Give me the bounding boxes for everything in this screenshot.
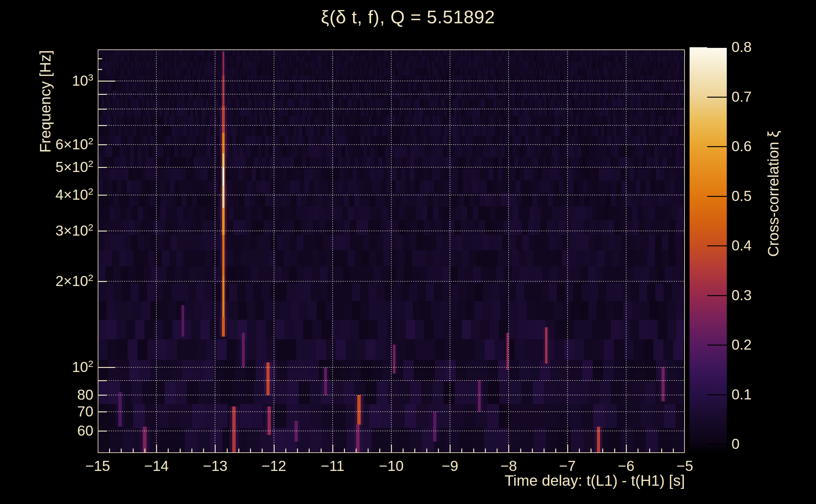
y-tick-label: 80: [13, 386, 93, 403]
x-tick-label: −11: [306, 457, 359, 474]
y-tick-label: 6×102: [13, 136, 93, 153]
figure-root: ξ(δ t, f), Q = 5.51892 Frequency [Hz] Ti…: [0, 0, 816, 504]
heatmap-canvas: [98, 49, 685, 453]
colorbar-tick-label: 0.1: [732, 386, 752, 403]
y-tick-label: 103: [13, 72, 93, 89]
colorbar-gradient: [690, 47, 727, 453]
y-tick-label: 5×102: [13, 158, 93, 175]
x-tick-label: −10: [365, 457, 418, 474]
y-tick-label: 3×102: [13, 222, 93, 239]
colorbar-tick: [707, 146, 727, 147]
colorbar-tick: [707, 295, 727, 296]
x-tick-label: −15: [71, 457, 124, 474]
y-tick-label: 70: [13, 403, 93, 420]
x-tick-label: −5: [658, 457, 712, 474]
x-tick-label: −8: [482, 457, 535, 474]
y-tick-label: 102: [13, 358, 93, 375]
colorbar-title: Cross-correlation ξ: [765, 131, 782, 257]
colorbar-tick-label: 0: [732, 435, 740, 452]
colorbar-tick-label: 0.8: [732, 38, 752, 55]
x-tick-label: −6: [599, 457, 653, 474]
x-tick-label: −9: [423, 457, 477, 474]
colorbar-tick-label: 0.3: [732, 287, 752, 304]
x-tick-label: −12: [247, 457, 301, 474]
colorbar-tick: [707, 196, 727, 197]
x-axis-title: Time delay: t(L1) - t(H1) [s]: [98, 472, 685, 489]
colorbar-tick-label: 0.5: [732, 187, 752, 204]
colorbar-tick: [707, 345, 727, 346]
colorbar-tick-label: 0.7: [732, 88, 752, 105]
x-tick-label: −14: [129, 457, 183, 474]
colorbar-tick-label: 0.4: [732, 237, 752, 254]
colorbar-tick: [707, 394, 727, 395]
colorbar-tick-label: 0.2: [732, 336, 752, 353]
x-tick-label: −13: [188, 457, 242, 474]
colorbar-tick: [707, 97, 727, 98]
colorbar-tick: [707, 47, 727, 48]
y-tick-label: 4×102: [13, 186, 93, 203]
x-tick-label: −7: [541, 457, 594, 474]
y-tick-label: 60: [13, 422, 93, 439]
y-tick-label: 2×102: [13, 272, 93, 289]
colorbar-tick: [707, 245, 727, 246]
colorbar-tick: [707, 444, 727, 445]
colorbar-tick-label: 0.6: [732, 138, 752, 155]
chart-title: ξ(δ t, f), Q = 5.51892: [0, 6, 816, 27]
